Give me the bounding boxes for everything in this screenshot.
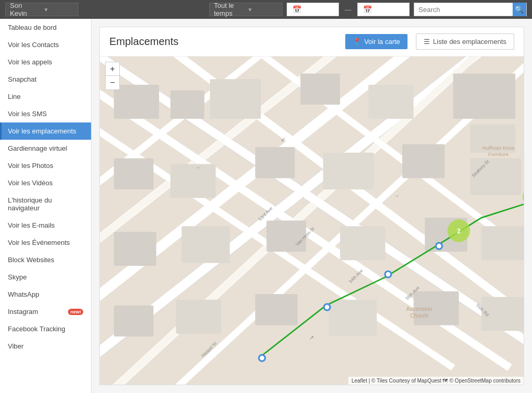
svg-rect-41 (340, 226, 385, 260)
sidebar-item-label: Snapchat (8, 75, 37, 83)
svg-rect-47 (329, 300, 377, 336)
page-title: Emplacements (109, 36, 337, 48)
sidebar-item-voir-les-appels[interactable]: Voir les appels (0, 53, 91, 71)
sidebar-item-label: Voir les Événements (8, 239, 70, 246)
osm-attribution: © OpenStreetMap contributors (449, 378, 520, 384)
sidebar-item-voir-les-emails[interactable]: Voir les E-mails (0, 217, 91, 234)
main-area: Emplacements 📍 Voir la carte ☰ Liste des… (92, 19, 532, 393)
sidebar-item-label: Voir les Contacts (8, 41, 59, 49)
user-select[interactable]: Son Kevin ▼ (5, 3, 78, 16)
sidebar-item-facebook-tracking[interactable]: Facebook Tracking (0, 320, 91, 338)
sidebar-item-whatsapp[interactable]: WhatsApp (0, 286, 91, 303)
sidebar-item-label: Skype (8, 273, 27, 281)
new-badge: new! (68, 309, 83, 315)
voir-carte-button[interactable]: 📍 Voir la carte (345, 34, 408, 49)
content-header: Emplacements 📍 Voir la carte ☰ Liste des… (100, 27, 524, 57)
sidebar-item-voir-les-sms[interactable]: Voir les SMS (0, 105, 91, 122)
sidebar-item-label: Voir les SMS (8, 110, 47, 118)
sidebar-item-label: Voir les Photos (8, 162, 53, 170)
svg-point-70 (386, 272, 391, 277)
time-select[interactable]: Tout le temps ▼ (209, 3, 282, 16)
date-start-input[interactable]: 📅 (287, 3, 339, 16)
sidebar-item-label: WhatsApp (8, 290, 39, 298)
sidebar-item-block-websites[interactable]: Block Websites (0, 251, 91, 268)
svg-rect-45 (176, 300, 221, 334)
svg-text:Furniture: Furniture (488, 151, 508, 157)
sidebar-item-voir-les-contacts[interactable]: Voir les Contacts (0, 36, 91, 53)
leaflet-attribution: Leaflet | © Tiles Courtesy of MapQuest (352, 378, 442, 384)
date-separator: — (343, 6, 353, 14)
search-input[interactable] (414, 6, 513, 14)
svg-rect-40 (267, 221, 307, 252)
svg-text:2: 2 (457, 227, 460, 235)
sidebar-item-label: L'historique du navigateur (8, 196, 83, 212)
calendar-start-icon: 📅 (292, 5, 301, 14)
sidebar-item-label: Instagram (8, 308, 38, 316)
sidebar-item-voir-les-emplacements[interactable]: Voir les emplacements (0, 122, 91, 140)
map-controls: + − (105, 62, 120, 90)
liste-label: Liste des emplacements (433, 38, 506, 46)
liste-emplacements-button[interactable]: ☰ Liste des emplacements (416, 33, 514, 50)
layout: Tableau de bordVoir les ContactsVoir les… (0, 19, 532, 393)
sidebar-item-label: Voir les E-mails (8, 221, 55, 229)
list-icon: ☰ (424, 38, 430, 46)
svg-rect-28 (300, 73, 340, 104)
svg-rect-35 (323, 153, 374, 189)
sidebar-item-voir-les-evenements[interactable]: Voir les Événements (0, 234, 91, 251)
svg-text:↗: ↗ (310, 334, 314, 341)
svg-text:←: ← (196, 164, 201, 171)
user-select-label: Son Kevin (10, 2, 40, 17)
svg-rect-33 (171, 164, 216, 198)
date-end-input[interactable]: 📅 (357, 3, 410, 16)
sidebar-item-instagram[interactable]: Instagramnew! (0, 303, 91, 320)
svg-rect-38 (114, 232, 156, 266)
topbar: Son Kevin ▼ Tout le temps ▼ 📅 — 📅 🔍 (0, 0, 532, 19)
sidebar-item-label: Viber (8, 342, 24, 350)
svg-rect-36 (402, 144, 445, 178)
sidebar-item-label: Block Websites (8, 256, 54, 264)
sidebar-item-label: Voir les Vidéos (8, 179, 53, 187)
svg-rect-44 (114, 306, 154, 336)
svg-rect-46 (255, 294, 298, 325)
svg-rect-26 (171, 91, 205, 119)
voir-carte-label: Voir la carte (364, 38, 400, 46)
svg-text:→: → (394, 193, 400, 199)
sidebar-item-label: Facebook Tracking (8, 325, 65, 333)
svg-rect-30 (453, 73, 515, 118)
sidebar-item-gardiennage-virtuel[interactable]: Gardiennage virtuel (0, 140, 91, 157)
sidebar-item-label: Line (8, 93, 21, 100)
sidebar-item-historique-navigateur[interactable]: L'historique du navigateur (0, 192, 91, 217)
user-select-arrow: ▼ (43, 7, 74, 13)
sidebar-item-snapchat[interactable]: Snapchat (0, 71, 91, 88)
map-container[interactable]: Van Horn St 54th Ave 53rd Ave 55th Ave H… (100, 57, 524, 385)
sidebar-item-voir-les-videos[interactable]: Voir les Vidéos (0, 174, 91, 192)
svg-rect-39 (182, 226, 230, 263)
map-attribution: Leaflet | © Tiles Courtesy of MapQuest 🗺… (348, 377, 524, 385)
svg-rect-25 (114, 85, 159, 119)
svg-rect-27 (210, 79, 261, 119)
sidebar-item-label: Tableau de bord (8, 24, 56, 31)
svg-rect-29 (368, 85, 413, 119)
svg-rect-37 (470, 159, 521, 195)
search-box: 🔍 (414, 3, 527, 16)
sidebar-item-label: Voir les appels (8, 58, 52, 66)
svg-rect-43 (481, 226, 524, 260)
time-select-arrow: ▼ (247, 7, 278, 13)
map-zoom-in-button[interactable]: + (106, 62, 119, 76)
sidebar-item-voir-les-photos[interactable]: Voir les Photos (0, 157, 91, 174)
sidebar-item-tableau-de-bord[interactable]: Tableau de bord (0, 19, 91, 36)
search-button[interactable]: 🔍 (513, 3, 526, 16)
map-zoom-out-button[interactable]: − (106, 76, 119, 89)
svg-text:↙: ↙ (281, 136, 286, 142)
svg-rect-34 (255, 147, 295, 178)
svg-point-68 (437, 244, 442, 249)
svg-text:Ascension: Ascension (406, 306, 432, 312)
sidebar-item-skype[interactable]: Skype (0, 268, 91, 286)
svg-text:Church: Church (410, 312, 428, 319)
calendar-end-icon: 📅 (363, 5, 372, 14)
sidebar-item-viber[interactable]: Viber (0, 338, 91, 355)
sidebar-item-line[interactable]: Line (0, 88, 91, 105)
sidebar-item-label: Gardiennage virtuel (8, 144, 67, 152)
sidebar-item-label: Voir les emplacements (8, 127, 76, 135)
content-area: Emplacements 📍 Voir la carte ☰ Liste des… (99, 27, 524, 385)
